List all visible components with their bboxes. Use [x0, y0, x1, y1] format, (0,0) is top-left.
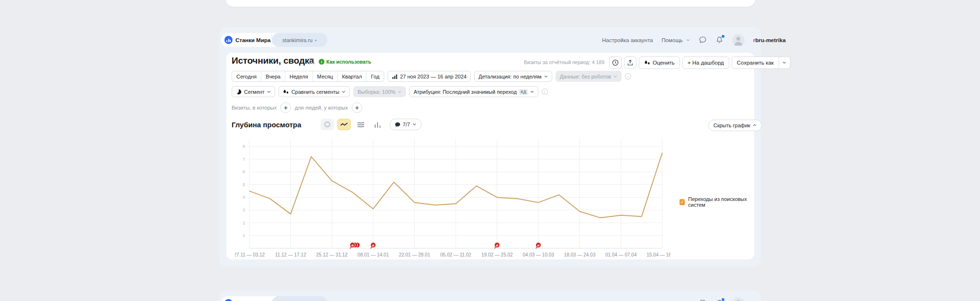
- info-icon[interactable]: i: [625, 73, 631, 79]
- data-mode-dropdown[interactable]: Данные: без роботов: [556, 71, 622, 82]
- header-right: Настройка аккаунта Помощь rbru-metrika: [602, 33, 786, 47]
- comments-dropdown[interactable]: 7/7: [390, 119, 422, 130]
- chart-canvas[interactable]: 27.11 — 03.1211.12 — 17.1225.12 — 31.120…: [235, 135, 670, 260]
- notifications-bell-icon[interactable]: [715, 36, 724, 44]
- visits-period-note: Визиты за отчётный период: 4 189: [494, 59, 604, 65]
- account-settings-link[interactable]: Настройка аккаунта: [602, 37, 653, 43]
- x-tick-label: 18.03 — 24.03: [564, 252, 596, 257]
- x-tick-label: 08.01 — 14.01: [357, 252, 389, 257]
- export-share-button[interactable]: [624, 56, 636, 69]
- y-tick-label: 5: [243, 182, 245, 187]
- rate-button[interactable]: Оценить: [639, 56, 680, 69]
- chart-type-line-button[interactable]: [337, 119, 351, 130]
- chart-header: Глубина просмотра 7/7: [232, 119, 422, 130]
- domain-tab[interactable]: stankimira.ru •: [272, 33, 327, 47]
- info-icon[interactable]: i: [542, 89, 548, 95]
- chat-icon[interactable]: [699, 299, 707, 301]
- period-tab-3[interactable]: Месяц: [313, 71, 338, 81]
- chevron-down-icon: [342, 90, 345, 94]
- x-tick-label: 04.03 — 10.03: [523, 252, 554, 257]
- save-as-split-button: Сохранить как: [732, 56, 791, 69]
- page-title: Источники, сводка: [232, 56, 314, 66]
- y-tick-label: 2: [243, 221, 245, 225]
- domain-label: stankimira.ru: [282, 37, 312, 43]
- period-tab-0[interactable]: Сегодня: [232, 71, 261, 81]
- x-tick-label: 15.04 — 16.04: [646, 252, 670, 257]
- chart-legend: ✓ Переходы из поисковых систем: [679, 196, 754, 208]
- segment-filter-row: Сегмент Сравнить сегменты Выборка: 100% …: [232, 86, 548, 97]
- report-actions: Оценить + На дашборд Сохранить как: [609, 56, 791, 69]
- chevron-down-icon: [613, 75, 617, 78]
- notifications-bell-icon[interactable]: [715, 299, 724, 301]
- y-tick-label: 7: [243, 157, 245, 162]
- avatar[interactable]: [732, 297, 745, 301]
- chevron-down-icon: [686, 38, 690, 42]
- period-filter-row: СегодняВчераНеделяМесяцКварталГод 27 ноя…: [232, 71, 631, 82]
- segment-pie-icon: [236, 89, 242, 95]
- x-tick-label: 25.12 — 31.12: [316, 252, 348, 257]
- period-tabs: СегодняВчераНеделяМесяцКварталГод: [232, 71, 384, 82]
- x-tick-label: 01.04 — 07.04: [605, 252, 637, 257]
- chevron-down-icon: [544, 75, 548, 78]
- bookmark-icon[interactable]: [309, 58, 314, 67]
- legend-label[interactable]: Переходы из поисковых систем: [688, 196, 754, 208]
- period-tab-5[interactable]: Год: [367, 71, 384, 81]
- history-clock-button[interactable]: [609, 56, 622, 69]
- segment-dropdown[interactable]: Сегмент: [232, 86, 275, 97]
- domain-tab[interactable]: stankimira.ru •: [272, 296, 327, 301]
- compare-segments-dropdown[interactable]: Сравнить сегменты: [278, 86, 350, 97]
- marker-letter: и: [372, 244, 374, 247]
- chart-type-columns-button[interactable]: [371, 119, 384, 130]
- username[interactable]: rbru-metrika: [753, 37, 786, 43]
- visits-filter-label: Визиты, в которых: [232, 105, 277, 111]
- chart-type-donut-button[interactable]: [321, 119, 334, 130]
- period-tab-2[interactable]: Неделя: [285, 71, 312, 81]
- chevron-down-icon: [412, 123, 416, 126]
- chat-icon[interactable]: [699, 36, 707, 44]
- y-tick-label: 8: [243, 144, 245, 149]
- cross-device-badge: КД: [519, 89, 528, 95]
- comment-bubble-icon: [395, 122, 401, 127]
- y-tick-label: 1: [243, 233, 245, 238]
- add-visit-condition-button[interactable]: +: [280, 102, 291, 113]
- how-to-use-link[interactable]: i Как использовать: [319, 59, 371, 65]
- x-tick-label: 22.01 — 28.01: [399, 252, 430, 257]
- rate-drops-icon: [644, 60, 650, 66]
- marker-letter: и: [537, 244, 539, 247]
- legend-checkbox[interactable]: ✓: [679, 199, 685, 205]
- attribution-dropdown[interactable]: Атрибуция: Последний значимый переход КД: [409, 86, 538, 97]
- avatar[interactable]: [732, 34, 745, 46]
- period-tab-1[interactable]: Вчера: [261, 71, 285, 81]
- counter-name: Станки Мира: [235, 37, 270, 43]
- hide-chart-button[interactable]: Скрыть график: [708, 120, 762, 131]
- header-right: Настройка аккаунта Помощь rbru-metrika: [602, 296, 761, 301]
- calendar-grid-icon: [392, 74, 398, 79]
- period-tab-4[interactable]: Квартал: [338, 71, 367, 81]
- save-as-button[interactable]: Сохранить как: [732, 56, 779, 69]
- add-to-dashboard-button[interactable]: + На дашборд: [682, 56, 729, 69]
- x-tick-label: 19.02 — 25.02: [481, 252, 513, 257]
- chart-title: Глубина просмотра: [232, 121, 301, 129]
- chevron-down-icon: [530, 90, 534, 94]
- compare-drops-icon: [283, 89, 289, 95]
- y-tick-label: 6: [243, 169, 245, 174]
- chevron-down-icon: [782, 61, 786, 65]
- previous-card-bottom: [226, 0, 755, 7]
- help-menu[interactable]: Помощь: [661, 37, 690, 43]
- chevron-down-icon: [398, 90, 401, 94]
- y-tick-label: 3: [243, 208, 245, 212]
- notification-badge: [722, 298, 724, 301]
- save-as-dropdown-button[interactable]: [779, 56, 791, 69]
- chevron-down-icon: [267, 90, 271, 94]
- chart-type-area-button[interactable]: [354, 119, 368, 130]
- detalization-dropdown[interactable]: Детализация: по неделям: [474, 71, 552, 82]
- people-filter-label: для людей, у которых: [295, 105, 348, 111]
- sampling-dropdown[interactable]: Выборка: 100%: [353, 86, 406, 97]
- report-card: Источники, сводка i Как использовать Виз…: [226, 53, 754, 259]
- metrika-module-card: Станки Мира stankimira.ru • Настройка ак…: [219, 27, 761, 267]
- x-tick-label: 05.02 — 11.02: [440, 252, 471, 257]
- add-people-condition-button[interactable]: +: [352, 102, 362, 113]
- chevron-up-icon: [753, 123, 757, 127]
- x-tick-label: 27.11 — 03.12: [235, 252, 265, 257]
- date-range-button[interactable]: 27 ноя 2023 — 16 апр 2024: [388, 71, 471, 82]
